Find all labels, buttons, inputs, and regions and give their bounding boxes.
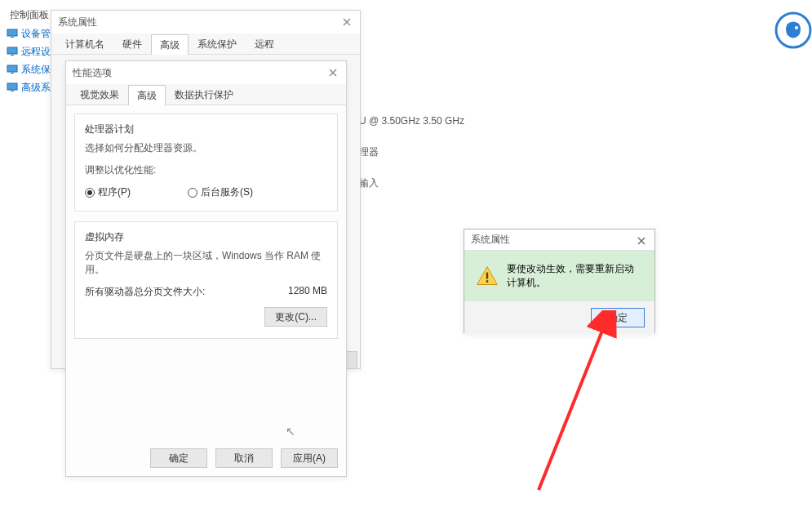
monitor-icon — [7, 28, 18, 39]
svg-rect-6 — [7, 83, 17, 90]
radio-dot-icon — [188, 188, 197, 198]
sysprop-tabbar: 计算机名 硬件 高级 系统保护 远程 — [51, 33, 360, 55]
svg-point-9 — [795, 26, 798, 29]
svg-rect-2 — [7, 47, 17, 54]
performance-options-dialog: 性能选项 视觉效果 高级 数据执行保护 处理器计划 选择如何分配处理器资源。 调… — [65, 60, 347, 477]
svg-rect-5 — [11, 73, 14, 73]
processor-scheduling-group: 处理器计划 选择如何分配处理器资源。 调整以优化性能: 程序(P) 后台服务(S… — [74, 114, 338, 212]
svg-rect-0 — [7, 29, 17, 36]
breadcrumb: 控制面板 ▸ — [10, 8, 56, 22]
radio-dot-icon — [85, 188, 95, 198]
cursor-icon: ↖ — [286, 425, 295, 438]
bg-info-line: 理器 — [359, 144, 464, 160]
tab-computer-name[interactable]: 计算机名 — [56, 33, 113, 54]
radio-label: 后台服务(S) — [201, 185, 253, 199]
tab-hardware[interactable]: 硬件 — [113, 33, 151, 54]
ok-button[interactable]: 确定 — [150, 448, 207, 468]
tab-advanced[interactable]: 高级 — [151, 34, 189, 55]
close-button[interactable] — [337, 14, 357, 30]
dialog-titlebar[interactable]: 系统属性 — [464, 229, 654, 251]
dialog-titlebar[interactable]: 性能选项 — [66, 61, 346, 84]
confirm-body: 要使改动生效，需要重新启动计算机。 — [464, 251, 654, 301]
ok-button[interactable]: 确定 — [591, 308, 645, 327]
virtual-memory-group: 虚拟内存 分页文件是硬盘上的一块区域，Windows 当作 RAM 使用。 所有… — [74, 221, 338, 339]
tab-visual-effects[interactable]: 视觉效果 — [71, 84, 128, 105]
svg-rect-10 — [486, 273, 488, 279]
annotation-arrow-icon — [490, 310, 653, 498]
group-legend: 处理器计划 — [85, 122, 327, 136]
warning-icon — [476, 265, 499, 287]
svg-rect-7 — [11, 91, 14, 91]
close-button[interactable] — [323, 65, 343, 81]
tab-remote[interactable]: 远程 — [246, 33, 283, 54]
group-description: 分页文件是硬盘上的一块区域，Windows 当作 RAM 使用。 — [85, 249, 327, 277]
svg-line-12 — [539, 327, 604, 490]
dialog-button-row: 确定 取消 应用(A) — [150, 448, 338, 468]
close-icon — [343, 18, 351, 26]
monitor-icon — [7, 64, 18, 75]
dialog-title-text: 系统属性 — [58, 16, 97, 29]
monitor-icon — [7, 46, 18, 57]
radio-background-services[interactable]: 后台服务(S) — [188, 185, 253, 199]
tab-advanced[interactable]: 高级 — [128, 85, 166, 105]
group-description: 选择如何分配处理器资源。 — [85, 141, 327, 155]
monitor-icon — [7, 82, 18, 93]
svg-rect-11 — [486, 280, 488, 283]
cpu-info-line: U @ 3.50GHz 3.50 GHz — [359, 113, 464, 129]
confirm-footer: 确定 — [464, 301, 654, 334]
radio-label: 程序(P) — [98, 185, 131, 199]
adjust-label: 调整以优化性能: — [85, 163, 327, 177]
perf-tabbar: 视觉效果 高级 数据执行保护 — [66, 84, 346, 105]
tab-system-protection[interactable]: 系统保护 — [189, 33, 246, 54]
paging-total-value: 1280 MB — [288, 285, 327, 299]
apply-button[interactable]: 应用(A) — [281, 448, 338, 468]
tab-dep[interactable]: 数据执行保护 — [166, 84, 242, 105]
close-icon — [637, 237, 646, 245]
bg-info-line: 输入 — [359, 175, 464, 191]
svg-rect-4 — [7, 65, 17, 72]
group-legend: 虚拟内存 — [85, 230, 327, 244]
confirm-message: 要使改动生效，需要重新启动计算机。 — [507, 262, 643, 290]
security-badge-icon — [774, 11, 812, 51]
dialog-title-text: 系统属性 — [471, 233, 510, 247]
close-icon — [329, 69, 337, 77]
paging-total-label: 所有驱动器总分页文件大小: — [85, 285, 205, 299]
svg-rect-3 — [11, 55, 14, 56]
dialog-titlebar[interactable]: 系统属性 — [51, 11, 360, 33]
background-system-info: U @ 3.50GHz 3.50 GHz 理器 输入 — [359, 113, 464, 191]
cancel-button[interactable]: 取消 — [215, 448, 273, 468]
change-button[interactable]: 更改(C)... — [264, 307, 327, 327]
dialog-title-text: 性能选项 — [73, 66, 112, 80]
radio-programs[interactable]: 程序(P) — [85, 185, 131, 199]
restart-confirm-dialog: 系统属性 要使改动生效，需要重新启动计算机。 确定 — [464, 229, 655, 333]
svg-rect-1 — [11, 37, 14, 38]
close-button[interactable] — [632, 233, 651, 249]
